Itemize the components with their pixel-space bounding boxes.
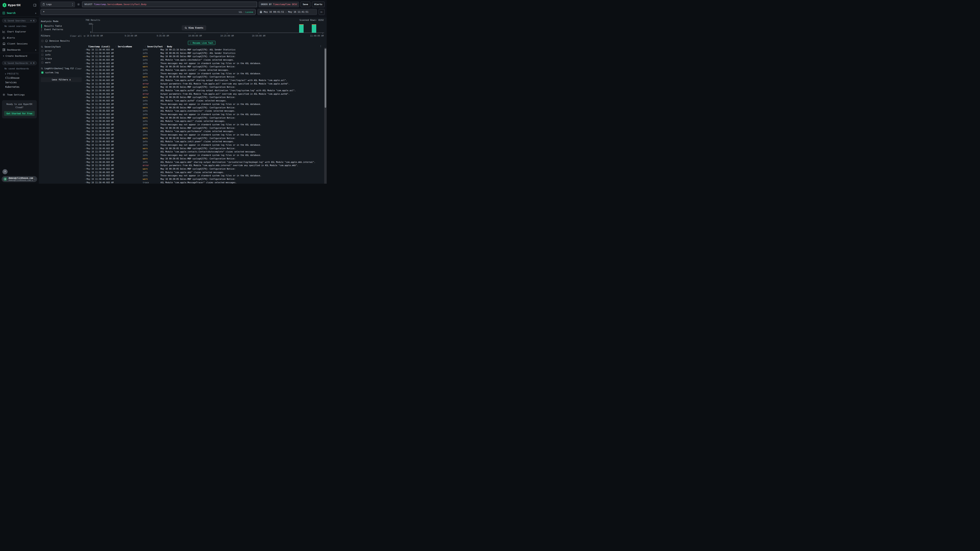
expand-row-icon[interactable]: ›: [84, 130, 87, 132]
filter-option-error[interactable]: error: [41, 49, 82, 53]
source-select[interactable]: Logs ∧∨: [41, 2, 75, 7]
table-row[interactable]: ›May 16 11:38:40.683 AMwarnMay 16 00:30:…: [84, 167, 327, 171]
clear-filter-link[interactable]: Clear: [75, 67, 82, 70]
saved-dashboards-input[interactable]: Saved Dashboards ⌘ K: [2, 61, 37, 65]
table-row[interactable]: ›May 16 11:38:40.683 AMwarnMay 16 00:30:…: [84, 126, 327, 130]
expand-row-icon[interactable]: ›: [84, 93, 87, 95]
expand-row-icon[interactable]: ›: [84, 52, 87, 54]
table-row[interactable]: ›May 16 11:38:40.683 AMinfoASL Module "c…: [84, 58, 327, 62]
select-columns-input[interactable]: SELECT Timestamp, ServiceName, SeverityT…: [82, 2, 257, 7]
sidebar-item-client-sessions[interactable]: Client Sessions: [0, 41, 39, 47]
order-by-input[interactable]: ORDER BY TimestampTime DESC: [259, 2, 299, 7]
expand-row-icon[interactable]: ›: [84, 127, 87, 129]
table-row[interactable]: ›May 16 11:38:40.683 AMwarnMay 16 00:30:…: [84, 137, 327, 140]
expand-row-icon[interactable]: ›: [84, 96, 87, 98]
column-resize-handle[interactable]: ⋮: [164, 46, 167, 48]
histogram-bar[interactable]: [312, 24, 316, 33]
table-row[interactable]: ›May 16 11:38:40.683 AMinfoASL Module "c…: [84, 79, 327, 82]
table-row[interactable]: ›May 16 11:38:40.683 AMinfoThose message…: [84, 123, 327, 126]
filter-option-warn[interactable]: warn: [41, 60, 82, 65]
checkbox-unchecked[interactable]: [41, 62, 43, 64]
checkbox-unchecked[interactable]: [41, 50, 43, 52]
table-row[interactable]: ›May 16 11:38:40.683 AMwarnMay 16 00:30:…: [84, 116, 327, 119]
expand-row-icon[interactable]: ›: [84, 181, 87, 183]
expand-row-icon[interactable]: ›: [84, 100, 87, 102]
sidebar-item-chart-explorer[interactable]: Chart Explorer: [0, 29, 39, 35]
scrollbar-track[interactable]: [324, 48, 327, 184]
filter-option-info[interactable]: info: [41, 53, 82, 57]
table-row[interactable]: ›May 16 11:38:40.683 AMinfoASL Module "c…: [84, 89, 327, 92]
expand-row-icon[interactable]: ›: [84, 79, 87, 81]
table-row[interactable]: ›May 16 11:38:40.683 AMerrorOutput param…: [84, 164, 327, 167]
checkbox-unchecked[interactable]: [41, 40, 43, 42]
expand-row-icon[interactable]: ›: [84, 62, 87, 64]
table-row[interactable]: ›May 16 11:38:40.683 AMwarnMay 16 00:30:…: [84, 86, 327, 89]
table-row[interactable]: ›May 16 11:38:40.683 AMinfoThose message…: [84, 113, 327, 116]
view-events-button[interactable]: View Events: [182, 25, 206, 30]
expand-row-icon[interactable]: ›: [84, 73, 87, 75]
table-row[interactable]: ›May 16 11:38:40.683 AMinfoASL Module "c…: [84, 160, 327, 164]
expand-row-icon[interactable]: ›: [84, 66, 87, 68]
expand-row-icon[interactable]: ›: [84, 117, 87, 119]
table-row[interactable]: ›May 16 11:38:40.683 AMinfoASL Module "c…: [84, 150, 327, 154]
denoise-results-checkbox[interactable]: Denoise Results: [41, 39, 82, 43]
expand-row-icon[interactable]: ›: [84, 120, 87, 122]
table-row[interactable]: ›May 16 11:38:40.683 AMinfoThose message…: [84, 143, 327, 147]
expand-row-icon[interactable]: ›: [84, 86, 87, 88]
source-settings-button[interactable]: [76, 2, 80, 7]
get-started-button[interactable]: Get Started for Free: [4, 111, 35, 116]
expand-row-icon[interactable]: ›: [84, 49, 87, 51]
expand-row-icon[interactable]: ›: [84, 124, 87, 125]
sidebar-item-alerts[interactable]: Alerts: [0, 35, 39, 41]
expand-row-icon[interactable]: ›: [84, 56, 87, 57]
filter-option-system.log[interactable]: ✓system.log: [41, 71, 82, 75]
clear-all-link[interactable]: Clear all: [70, 35, 82, 37]
expand-row-icon[interactable]: ›: [84, 147, 87, 149]
column-header-servicename[interactable]: ServiceName: [118, 45, 144, 48]
expand-row-icon[interactable]: ›: [84, 151, 87, 153]
table-row[interactable]: ›May 16 11:38:40.683 AMwarnMay 16 00:30:…: [84, 106, 327, 110]
run-query-button[interactable]: ▷: [319, 9, 325, 15]
checkbox-unchecked[interactable]: [41, 54, 43, 56]
less-filters-button[interactable]: Less filters ∧: [41, 77, 82, 82]
expand-row-icon[interactable]: ›: [84, 161, 87, 163]
expand-row-icon[interactable]: ›: [84, 168, 87, 170]
expand-row-icon[interactable]: ›: [84, 141, 87, 143]
table-row[interactable]: ›May 16 11:38:40.683 AMinfoThose message…: [84, 62, 327, 65]
table-row[interactable]: ›May 16 11:38:40.683 AMinfoMay 16 00:21:…: [84, 48, 327, 51]
table-row[interactable]: ›May 16 11:38:40.683 AMinfoASL Module "c…: [84, 171, 327, 174]
sidebar-collapse-icon[interactable]: [33, 4, 37, 7]
expand-row-icon[interactable]: ›: [84, 137, 87, 139]
preset-item-kubernetes[interactable]: Kubernetes: [0, 85, 39, 89]
checkbox-unchecked[interactable]: [41, 57, 43, 60]
mode-lucene[interactable]: Lucene: [245, 11, 253, 13]
alerts-button[interactable]: Alerts: [312, 2, 325, 7]
column-header-timestamp[interactable]: Timestamp (Local): [88, 45, 115, 48]
table-row[interactable]: ›May 16 11:38:40.683 AMinfoThose message…: [84, 133, 327, 137]
expand-row-icon[interactable]: ›: [84, 76, 87, 78]
table-row[interactable]: ›May 16 11:38:40.683 AMinfoASL Module "c…: [84, 130, 327, 133]
search-query-input[interactable]: * SQL|Lucene: [41, 9, 256, 15]
expand-row-icon[interactable]: ›: [84, 165, 87, 167]
expand-row-icon[interactable]: ›: [84, 154, 87, 156]
query-language-toggle[interactable]: SQL|Lucene: [239, 11, 253, 13]
table-row[interactable]: ›May 16 11:38:40.683 AMwarnMay 16 00:30:…: [84, 177, 327, 181]
column-resize-handle[interactable]: ⋮: [115, 46, 118, 48]
expand-row-icon[interactable]: ›: [84, 113, 87, 115]
table-row[interactable]: ›May 16 11:38:40.683 AMwarnMay 16 00:30:…: [84, 96, 327, 99]
table-row[interactable]: ›May 16 11:38:40.683 AMinfoASL Module "c…: [84, 99, 327, 102]
table-row[interactable]: ›May 16 11:38:40.683 AMwarnMay 16 00:30:…: [84, 75, 327, 79]
expand-row-icon[interactable]: ›: [84, 106, 87, 109]
table-row[interactable]: ›May 16 11:38:40.683 AMwarnMay 16 00:30:…: [84, 157, 327, 160]
histogram-bar[interactable]: [299, 24, 304, 33]
scrollbar-thumb[interactable]: [325, 49, 326, 108]
table-row[interactable]: ›May 16 11:38:40.683 AMinfoASL Module "c…: [84, 119, 327, 123]
date-range-picker[interactable]: May 16 08:41:51 - May 16 11:41:51: [258, 9, 317, 15]
table-row[interactable]: ›May 16 11:38:40.683 AMinfoASL Module "c…: [84, 140, 327, 143]
create-dashboard-button[interactable]: + Create Dashboard: [0, 53, 39, 59]
table-row[interactable]: ›May 16 11:38:40.683 AMwarnMay 16 00:30:…: [84, 147, 327, 150]
table-row[interactable]: ›May 16 11:38:40.683 AMerrorOutput param…: [84, 92, 327, 96]
expand-row-icon[interactable]: ›: [84, 178, 87, 180]
expand-row-icon[interactable]: ›: [84, 69, 87, 71]
checkbox-checked[interactable]: ✓: [41, 71, 43, 74]
